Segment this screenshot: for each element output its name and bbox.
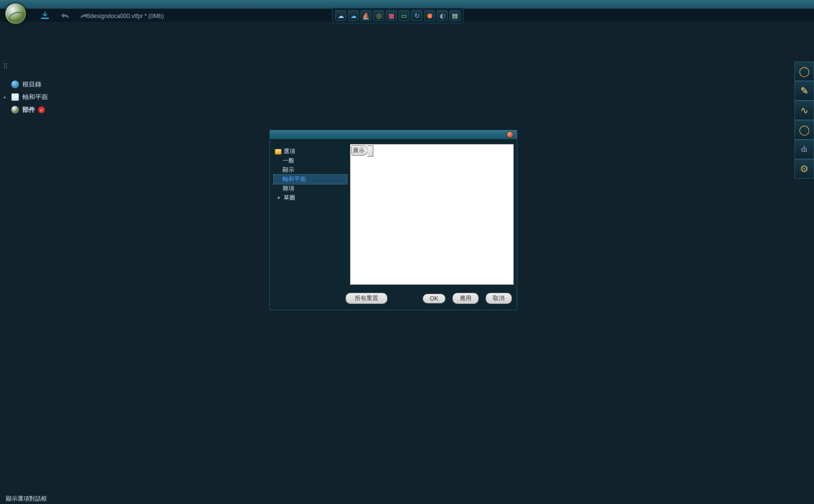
right-tool-rail: ◯ ✎ ∿ ◯ dı ⚙: [794, 61, 814, 179]
ok-button[interactable]: OK: [423, 294, 446, 303]
nav-sketch-label: 草圖: [284, 194, 295, 202]
nav-general[interactable]: 一般: [274, 156, 347, 165]
undo-icon[interactable]: [60, 11, 70, 20]
tree-root[interactable]: 根目錄: [4, 78, 151, 91]
page-icon: [11, 93, 20, 101]
dialog-titlebar[interactable]: [270, 130, 517, 139]
rail-ring-2-icon[interactable]: ◯: [794, 120, 814, 140]
nav-display-label: 顯示: [283, 166, 294, 174]
rail-di-icon[interactable]: dı: [794, 140, 814, 159]
cancel-button[interactable]: 取消: [486, 293, 512, 304]
chevron-right-icon[interactable]: ▸: [4, 95, 8, 100]
options-dialog: 選項 一般 顯示 軸和平面 雜項 ✦ 草圖 展示: [269, 130, 517, 310]
ok-label: OK: [430, 295, 438, 302]
nav-display[interactable]: 顯示: [274, 165, 347, 175]
tool-qr-icon[interactable]: ▦: [386, 10, 397, 21]
nav-options-label: 選項: [284, 147, 295, 156]
svg-rect-0: [41, 18, 49, 19]
dialog-content-area: 展示: [350, 144, 514, 285]
cancel-label: 取消: [493, 295, 505, 302]
content-tab[interactable]: 展示: [351, 145, 368, 156]
document-title: 3designdoca000.vtfpr * (0Mb): [87, 13, 163, 20]
nav-axis-label: 軸和平面: [283, 175, 306, 183]
tool-grid-icon[interactable]: ▤: [449, 10, 460, 21]
check-badge-icon: ✓: [38, 106, 45, 113]
close-icon[interactable]: [507, 132, 513, 138]
apply-button[interactable]: 應用: [452, 293, 479, 304]
folder-icon: [275, 149, 282, 155]
nav-axis[interactable]: 軸和平面: [274, 175, 347, 184]
tree-root-label: 根目錄: [22, 80, 41, 89]
tool-cloud-b[interactable]: ☁: [348, 10, 359, 21]
tree-axis-label: 軸和平面: [22, 93, 48, 101]
status-bar: 顯示選項對話框: [0, 493, 814, 504]
quick-access-row: [40, 11, 90, 20]
panel-grip-icon[interactable]: ⠿: [3, 62, 8, 70]
app-logo[interactable]: [5, 3, 26, 24]
apply-label: 應用: [460, 295, 471, 302]
scene-tree-panel: ⠿ 根目錄 ▸ 軸和平面 部件 ✓: [0, 63, 151, 116]
tool-cloud-a[interactable]: ☁: [335, 10, 346, 21]
nav-sketch[interactable]: ✦ 草圖: [274, 193, 347, 202]
content-tab-label: 展示: [353, 146, 365, 155]
nav-options[interactable]: 選項: [274, 147, 347, 156]
part-icon: [11, 105, 20, 114]
view-tools: ☁ ☁ ⛵ ◎ ▦ ▭ ↻ ⬣ ◐ ▤: [332, 8, 464, 23]
rail-gear-icon[interactable]: ⚙: [794, 159, 814, 179]
rail-curve-icon[interactable]: ✎: [794, 81, 814, 101]
rail-ring-1-icon[interactable]: ◯: [794, 61, 814, 81]
reset-all-label: 所有重置: [355, 295, 378, 302]
nav-misc[interactable]: 雜項: [274, 184, 347, 193]
globe-icon: [11, 80, 20, 89]
expand-icon[interactable]: ✦: [277, 195, 282, 201]
status-text: 顯示選項對話框: [6, 495, 47, 503]
dialog-nav: 選項 一般 顯示 軸和平面 雜項 ✦ 草圖: [274, 144, 347, 285]
nav-general-label: 一般: [283, 157, 294, 165]
tree-parts-label: 部件: [22, 105, 35, 114]
scene-tree: 根目錄 ▸ 軸和平面 部件 ✓: [0, 78, 151, 116]
tool-target-icon[interactable]: ◎: [373, 10, 384, 21]
dialog-body: 選項 一般 顯示 軸和平面 雜項 ✦ 草圖 展示: [270, 139, 517, 288]
nav-misc-label: 雜項: [283, 184, 294, 193]
tool-boat-icon[interactable]: ⛵: [361, 10, 371, 21]
rail-snake-icon[interactable]: ∿: [794, 101, 814, 120]
tool-doc-icon[interactable]: ▭: [399, 10, 409, 21]
dialog-footer: 所有重置 OK 應用 取消: [270, 288, 517, 310]
tree-axis[interactable]: ▸ 軸和平面: [4, 91, 151, 103]
tool-moon-icon[interactable]: ◐: [437, 10, 448, 21]
reset-all-button[interactable]: 所有重置: [346, 293, 387, 304]
tool-sync-icon[interactable]: ↻: [411, 10, 422, 21]
tool-drop-icon[interactable]: ⬣: [424, 10, 435, 21]
download-icon[interactable]: [40, 11, 51, 20]
tree-parts[interactable]: 部件 ✓: [4, 103, 151, 116]
